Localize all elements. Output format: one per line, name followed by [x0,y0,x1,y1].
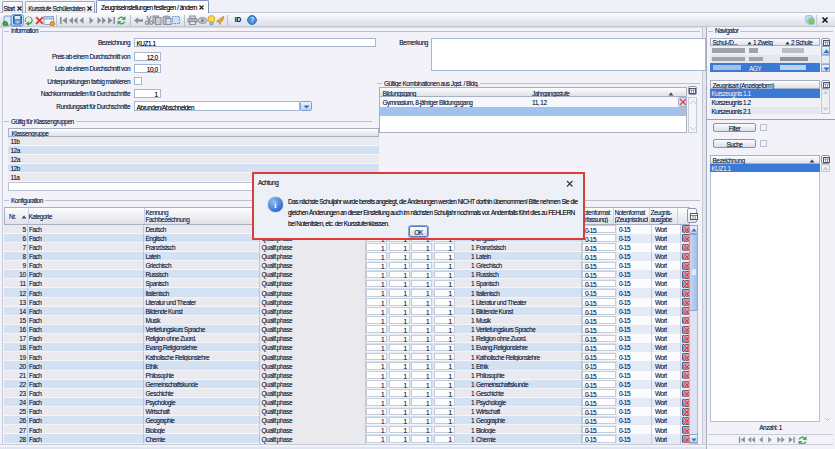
svg-text:?: ? [250,16,254,23]
